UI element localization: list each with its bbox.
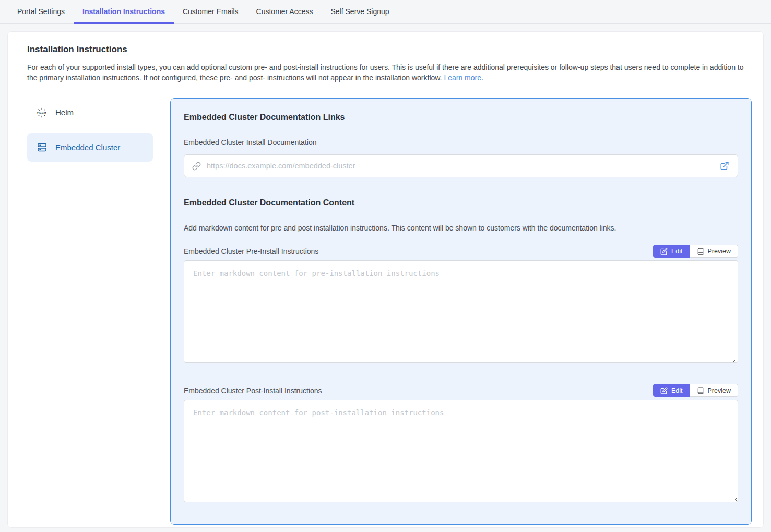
preview-button-label: Preview	[708, 248, 731, 255]
doc-content-description: Add markdown content for pre and post in…	[184, 224, 738, 232]
pre-install-preview-button[interactable]: Preview	[690, 245, 738, 258]
install-doc-url-field	[184, 154, 738, 177]
post-install-header-row: Embedded Cluster Post-Install Instructio…	[184, 384, 738, 397]
server-stack-icon	[37, 142, 47, 152]
post-install-label: Embedded Cluster Post-Install Instructio…	[184, 386, 322, 395]
post-install-textarea[interactable]	[184, 400, 738, 502]
page-description: For each of your supported install types…	[27, 62, 752, 83]
tab-self-serve-signup[interactable]: Self Serve Signup	[322, 0, 398, 24]
book-preview-icon	[697, 387, 704, 394]
helm-logo-icon: HELM	[37, 107, 47, 118]
learn-more-link[interactable]: Learn more	[444, 74, 481, 82]
content-row: HELM Helm Embedded Cluster E	[20, 98, 752, 525]
edit-pencil-icon	[660, 387, 668, 394]
page-description-text: For each of your supported install types…	[27, 63, 743, 82]
doc-links-heading: Embedded Cluster Documentation Links	[184, 113, 738, 122]
install-doc-label: Embedded Cluster Install Documentation	[184, 138, 738, 147]
book-preview-icon	[697, 248, 704, 255]
post-install-edit-button[interactable]: Edit	[653, 384, 690, 397]
pre-install-header-row: Embedded Cluster Pre-Install Instruction…	[184, 245, 738, 258]
tab-installation-instructions[interactable]: Installation Instructions	[74, 0, 174, 24]
embedded-cluster-panel: Embedded Cluster Documentation Links Emb…	[170, 98, 752, 525]
pre-install-mode-toggle: Edit Preview	[653, 245, 738, 258]
preview-button-label: Preview	[708, 387, 731, 394]
sidebar-item-label: Embedded Cluster	[55, 143, 120, 152]
tab-customer-access[interactable]: Customer Access	[247, 0, 322, 24]
open-external-link-button[interactable]	[719, 160, 730, 172]
sidebar-item-embedded-cluster[interactable]: Embedded Cluster	[27, 133, 153, 162]
top-tab-bar: Portal Settings Installation Instruction…	[0, 0, 771, 24]
link-icon	[192, 162, 201, 171]
sidebar-item-label: Helm	[55, 108, 74, 117]
doc-content-heading: Embedded Cluster Documentation Content	[184, 198, 738, 208]
post-install-preview-button[interactable]: Preview	[690, 384, 738, 397]
tab-customer-emails[interactable]: Customer Emails	[174, 0, 247, 24]
install-doc-url-input[interactable]	[206, 161, 714, 171]
edit-pencil-icon	[660, 248, 668, 255]
pre-install-edit-button[interactable]: Edit	[653, 245, 690, 258]
sidebar-item-helm[interactable]: HELM Helm	[27, 98, 153, 127]
install-type-sidebar: HELM Helm Embedded Cluster	[20, 98, 170, 168]
svg-text:HELM: HELM	[37, 111, 46, 114]
page-title: Installation Instructions	[27, 44, 752, 55]
edit-button-label: Edit	[671, 248, 683, 255]
tab-portal-settings[interactable]: Portal Settings	[8, 0, 74, 24]
edit-button-label: Edit	[671, 387, 683, 394]
pre-install-textarea[interactable]	[184, 260, 738, 363]
main-card: Installation Instructions For each of yo…	[7, 31, 764, 528]
learn-more-suffix: .	[481, 74, 483, 82]
pre-install-label: Embedded Cluster Pre-Install Instruction…	[184, 247, 318, 256]
post-install-mode-toggle: Edit Preview	[653, 384, 738, 397]
external-link-icon	[720, 161, 729, 171]
